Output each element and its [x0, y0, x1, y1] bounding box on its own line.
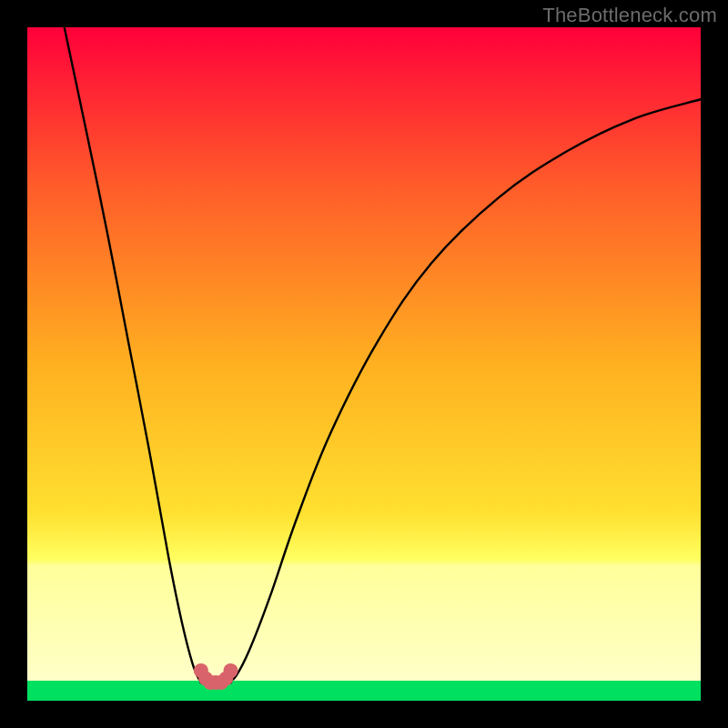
watermark-text: TheBottleneck.com: [542, 4, 717, 27]
plot-svg: [27, 27, 701, 701]
chart-frame: TheBottleneck.com: [0, 0, 728, 728]
plot-area: [27, 27, 701, 701]
valley-marker-dot: [224, 663, 238, 678]
